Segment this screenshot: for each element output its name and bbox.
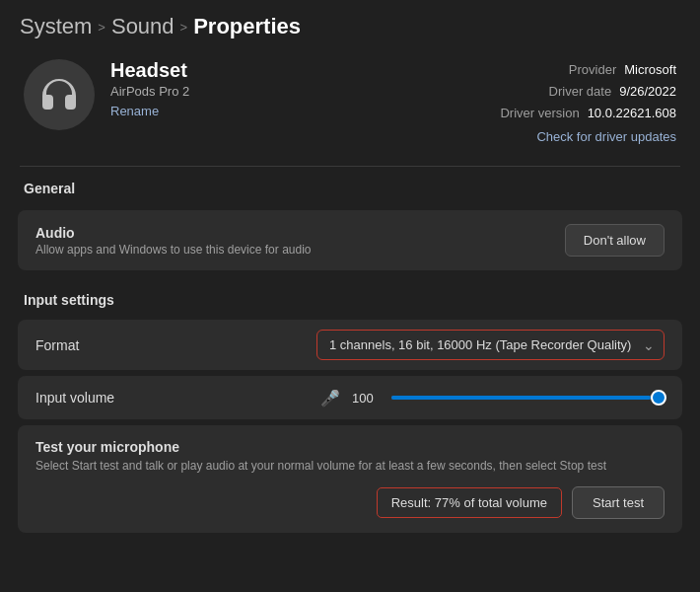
breadcrumb-current: Properties <box>193 14 301 39</box>
device-info: Headset AirPods Pro 2 Rename <box>110 59 484 118</box>
input-settings-title: Input settings <box>0 276 700 316</box>
breadcrumb-system[interactable]: System <box>20 14 92 39</box>
test-microphone-card: Test your microphone Select Start test a… <box>18 425 682 533</box>
microphone-icon: 🎤 <box>320 389 340 407</box>
volume-label: Input volume <box>35 390 309 406</box>
volume-slider[interactable] <box>391 388 665 407</box>
audio-desc: Allow apps and Windows to use this devic… <box>35 243 312 257</box>
slider-thumb <box>651 390 666 406</box>
breadcrumb-sep1: > <box>98 20 105 35</box>
provider-value: Microsoft <box>624 59 676 81</box>
device-model: AirPods Pro 2 <box>110 84 484 99</box>
driver-version-value: 10.0.22621.608 <box>588 103 676 124</box>
breadcrumb-sep2: > <box>180 20 188 35</box>
audio-label: Audio <box>35 225 312 241</box>
device-icon <box>24 59 95 130</box>
breadcrumb: System > Sound > Properties <box>0 0 700 49</box>
format-label: Format <box>35 337 79 353</box>
driver-version-label: Driver version <box>500 103 579 124</box>
format-card: Format 1 channels, 16 bit, 16000 Hz (Tap… <box>18 320 682 370</box>
device-header: Headset AirPods Pro 2 Rename Provider Mi… <box>0 49 700 166</box>
format-select[interactable]: 1 channels, 16 bit, 16000 Hz (Tape Recor… <box>316 330 665 360</box>
breadcrumb-sound[interactable]: Sound <box>111 14 175 39</box>
volume-number: 100 <box>352 391 380 406</box>
driver-info: Provider Microsoft Driver date 9/26/2022… <box>500 59 676 148</box>
driver-date-label: Driver date <box>549 81 612 103</box>
start-test-button[interactable]: Start test <box>572 486 665 519</box>
audio-info: Audio Allow apps and Windows to use this… <box>35 225 312 257</box>
test-desc: Select Start test and talk or play audio… <box>35 459 665 473</box>
device-name: Headset <box>110 59 484 82</box>
slider-track <box>391 396 665 400</box>
dont-allow-button[interactable]: Don't allow <box>565 224 665 257</box>
driver-date-value: 9/26/2022 <box>619 81 676 103</box>
rename-link[interactable]: Rename <box>110 104 159 118</box>
slider-fill <box>391 396 651 400</box>
format-select-wrap[interactable]: 1 channels, 16 bit, 16000 Hz (Tape Recor… <box>316 330 665 360</box>
check-driver-updates-link[interactable]: Check for driver updates <box>500 126 676 148</box>
general-section-title: General <box>0 167 700 204</box>
headset-icon <box>35 71 83 118</box>
provider-label: Provider <box>569 59 616 81</box>
audio-card: Audio Allow apps and Windows to use this… <box>18 210 682 270</box>
test-title: Test your microphone <box>35 439 665 455</box>
test-result: Result: 77% of total volume <box>377 487 562 518</box>
volume-card: Input volume 🎤 100 <box>18 376 682 419</box>
